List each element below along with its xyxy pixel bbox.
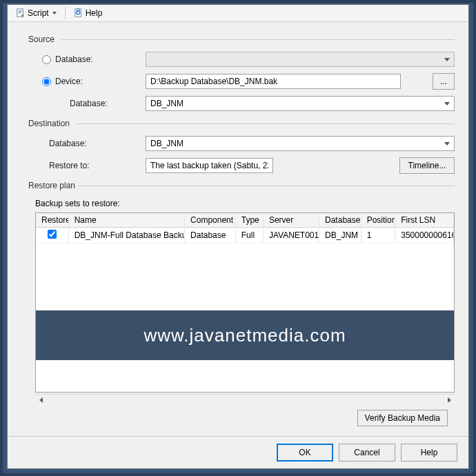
dest-db-row: Database: DB_JNM <box>42 135 455 152</box>
col-firstlsn[interactable]: First LSN <box>395 213 454 227</box>
help-label: Help <box>86 8 103 18</box>
restore-to-label: Restore to: <box>42 161 146 170</box>
watermark-banner: www.javanetmedia.com <box>36 310 454 360</box>
script-button[interactable]: Script <box>13 7 59 19</box>
cell-component: Database <box>185 228 236 242</box>
cell-firstlsn: 350000000616 <box>395 228 454 242</box>
col-type[interactable]: Type <box>236 213 264 227</box>
source-db-label: Database: <box>42 99 146 108</box>
source-device-row: Device: ... <box>42 73 455 90</box>
source-database-row: Database: <box>42 51 455 68</box>
scroll-right-icon[interactable] <box>443 395 455 406</box>
backup-sets-grid: Restore Name Component Type Server Datab… <box>35 212 455 393</box>
source-database-combo[interactable] <box>146 52 455 67</box>
source-header: Source <box>28 34 455 44</box>
restore-to-row: Restore to: Timeline... <box>42 157 455 174</box>
cell-name: DB_JNM-Full Database Backup <box>69 228 185 242</box>
col-component[interactable]: Component <box>185 213 236 227</box>
help-dialog-button[interactable]: Help <box>401 444 457 462</box>
restore-database-dialog: { "toolbar": { "script_label": "Script",… <box>7 4 469 469</box>
chevron-down-icon <box>52 12 57 14</box>
col-name[interactable]: Name <box>69 213 185 227</box>
svg-text:?: ? <box>76 8 80 15</box>
destination-header: Destination <box>28 119 455 128</box>
col-restore[interactable]: Restore <box>36 213 69 227</box>
col-position[interactable]: Position <box>361 213 396 227</box>
source-device-radio[interactable] <box>42 77 51 86</box>
source-database-radio[interactable] <box>42 55 51 64</box>
col-database[interactable]: Database <box>319 213 361 227</box>
help-icon: ? <box>74 8 83 18</box>
script-label: Script <box>28 8 49 18</box>
grid-header: Restore Name Component Type Server Datab… <box>36 213 454 228</box>
restore-plan-header: Restore plan <box>28 181 455 190</box>
col-server[interactable]: Server <box>264 213 319 227</box>
toolbar: Script ? Help <box>8 5 468 22</box>
source-database-radio-label[interactable]: Database: <box>42 54 146 64</box>
dest-db-combo[interactable]: DB_JNM <box>146 136 455 151</box>
cell-server: JAVANET001 <box>264 228 319 242</box>
restore-checkbox[interactable] <box>48 230 57 239</box>
dialog-button-bar: OK Cancel Help <box>8 436 468 468</box>
help-button[interactable]: ? Help <box>71 7 106 19</box>
timeline-button[interactable]: Timeline... <box>399 157 455 174</box>
device-path-input[interactable] <box>146 74 401 89</box>
scroll-left-icon[interactable] <box>35 395 47 406</box>
scroll-track[interactable] <box>47 395 443 406</box>
restore-to-input <box>146 158 273 173</box>
cell-database: DB_JNM <box>319 228 361 242</box>
browse-device-button[interactable]: ... <box>433 73 455 90</box>
toolbar-separator <box>65 7 66 19</box>
ok-button[interactable]: OK <box>277 444 333 462</box>
table-row[interactable]: DB_JNM-Full Database Backup Database Ful… <box>36 228 454 244</box>
cancel-button[interactable]: Cancel <box>339 444 395 462</box>
horizontal-scrollbar[interactable] <box>35 394 455 406</box>
source-device-radio-label[interactable]: Device: <box>42 77 146 86</box>
backup-sets-label: Backup sets to restore: <box>35 199 455 208</box>
cell-type: Full <box>236 228 264 242</box>
source-db-row: Database: DB_JNM <box>42 95 455 112</box>
cell-position: 1 <box>361 228 396 242</box>
dest-db-label: Database: <box>42 139 146 148</box>
source-db-combo[interactable]: DB_JNM <box>146 96 455 111</box>
grid-body: DB_JNM-Full Database Backup Database Ful… <box>36 228 454 392</box>
verify-backup-media-button[interactable]: Verify Backup Media <box>357 410 448 426</box>
script-icon <box>16 8 26 18</box>
dialog-content: Source Database: Device: ... Database: <box>8 22 468 436</box>
